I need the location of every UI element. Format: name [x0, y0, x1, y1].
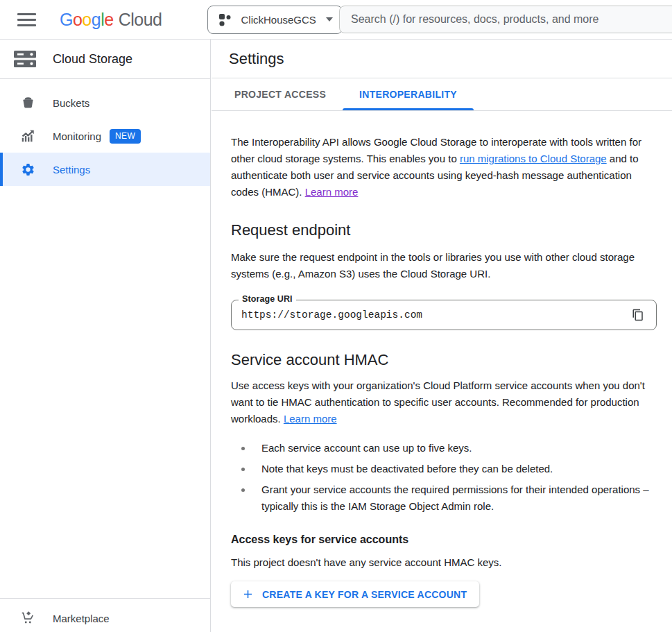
hmac-description: Use access keys with your organization's… — [231, 377, 657, 427]
cloud-storage-icon — [13, 49, 37, 69]
storage-uri-label: Storage URI — [239, 294, 296, 304]
tab-bar: PROJECT ACCESS INTEROPERABILITY — [212, 78, 672, 111]
hmac-bullet-list: Each service account can use up to five … — [231, 440, 657, 515]
sidebar: Cloud Storage Buckets — [0, 40, 211, 632]
google-logo-wordmark: Google — [60, 10, 114, 29]
request-endpoint-description: Make sure the request endpoint in the to… — [231, 249, 657, 282]
request-endpoint-heading: Request endpoint — [231, 221, 657, 239]
run-migrations-link[interactable]: run migrations to Cloud Storage — [460, 153, 607, 164]
product-title: Cloud Storage — [53, 52, 132, 67]
list-item: Grant your service accounts the required… — [231, 481, 657, 515]
page-title: Settings — [229, 50, 284, 68]
chevron-down-icon — [326, 17, 333, 22]
sidebar-item-buckets[interactable]: Buckets — [0, 86, 210, 119]
logo-cloud-text: Cloud — [119, 10, 162, 29]
monitoring-icon — [19, 128, 36, 144]
create-key-button[interactable]: CREATE A KEY FOR A SERVICE ACCOUNT — [231, 581, 479, 607]
no-keys-message: This project doesn't have any service ac… — [231, 554, 657, 571]
sidebar-item-monitoring[interactable]: Monitoring NEW — [0, 119, 210, 153]
access-keys-heading: Access keys for service accounts — [231, 533, 657, 546]
page-title-bar: Settings — [212, 40, 672, 78]
project-name: ClickHouseGCS — [241, 14, 316, 26]
intro-paragraph: The Interoperability API allows Google C… — [231, 134, 657, 200]
project-selector[interactable]: ClickHouseGCS — [207, 6, 342, 34]
plus-icon — [241, 588, 255, 601]
bucket-icon — [19, 94, 36, 111]
search-bar[interactable] — [339, 6, 672, 33]
project-icon — [218, 12, 232, 27]
sidebar-divider — [0, 598, 210, 599]
list-item: Note that keys must be deactivated befor… — [231, 461, 657, 477]
storage-uri-field: Storage URI https://storage.googleapis.c… — [231, 300, 657, 330]
sidebar-footer: Marketplace — [0, 601, 210, 632]
sidebar-item-label: Monitoring — [53, 130, 101, 142]
tab-project-access[interactable]: PROJECT ACCESS — [218, 78, 343, 110]
sidebar-nav: Buckets Monitoring NEW — [0, 79, 210, 186]
hmac-learn-more-link[interactable]: Learn more — [284, 413, 337, 425]
copy-icon — [632, 309, 644, 321]
sidebar-item-marketplace[interactable]: Marketplace — [0, 601, 210, 632]
cart-icon — [19, 610, 36, 626]
create-key-button-label: CREATE A KEY FOR A SERVICE ACCOUNT — [262, 589, 467, 600]
search-input[interactable] — [351, 13, 672, 26]
interoperability-learn-more-link[interactable]: Learn more — [305, 186, 359, 198]
google-cloud-logo: GoogleCloud — [60, 10, 162, 30]
sidebar-item-settings[interactable]: Settings — [0, 153, 210, 186]
service-account-hmac-heading: Service account HMAC — [231, 351, 657, 369]
tab-panel-interoperability: The Interoperability API allows Google C… — [212, 111, 672, 607]
sidebar-item-label: Marketplace — [53, 613, 110, 624]
gear-icon — [19, 161, 36, 178]
new-badge: NEW — [110, 129, 141, 144]
main-content: Settings PROJECT ACCESS INTEROPERABILITY… — [212, 40, 672, 632]
sidebar-product-header: Cloud Storage — [0, 40, 210, 79]
sidebar-item-label: Buckets — [53, 97, 89, 109]
menu-icon[interactable] — [17, 13, 36, 26]
copy-button[interactable] — [628, 305, 648, 325]
tab-interoperability[interactable]: INTEROPERABILITY — [343, 78, 474, 110]
list-item: Each service account can use up to five … — [231, 440, 657, 456]
sidebar-item-label: Settings — [53, 164, 90, 176]
top-app-bar: GoogleCloud ClickHouseGCS — [0, 0, 672, 40]
storage-uri-value: https://storage.googleapis.com — [241, 309, 422, 321]
